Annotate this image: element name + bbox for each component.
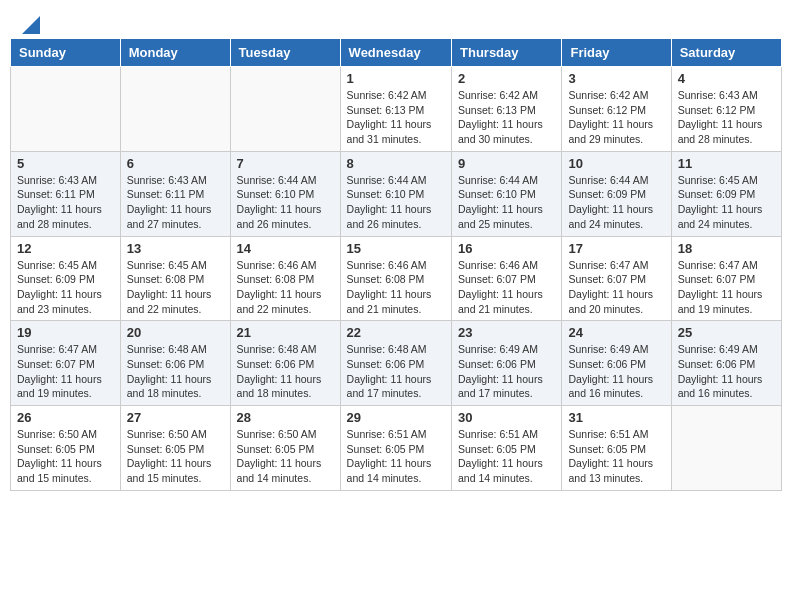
day-number: 31 xyxy=(568,410,664,425)
day-info: Sunrise: 6:42 AM Sunset: 6:12 PM Dayligh… xyxy=(568,88,664,147)
calendar-day-cell: 24Sunrise: 6:49 AM Sunset: 6:06 PM Dayli… xyxy=(562,321,671,406)
weekday-header-friday: Friday xyxy=(562,39,671,67)
calendar-week-row: 19Sunrise: 6:47 AM Sunset: 6:07 PM Dayli… xyxy=(11,321,782,406)
day-number: 1 xyxy=(347,71,445,86)
day-number: 27 xyxy=(127,410,224,425)
calendar-day-cell: 22Sunrise: 6:48 AM Sunset: 6:06 PM Dayli… xyxy=(340,321,451,406)
calendar-day-cell: 10Sunrise: 6:44 AM Sunset: 6:09 PM Dayli… xyxy=(562,151,671,236)
day-info: Sunrise: 6:45 AM Sunset: 6:08 PM Dayligh… xyxy=(127,258,224,317)
weekday-header-row: SundayMondayTuesdayWednesdayThursdayFrid… xyxy=(11,39,782,67)
calendar-day-cell: 21Sunrise: 6:48 AM Sunset: 6:06 PM Dayli… xyxy=(230,321,340,406)
calendar-day-cell: 9Sunrise: 6:44 AM Sunset: 6:10 PM Daylig… xyxy=(452,151,562,236)
day-number: 20 xyxy=(127,325,224,340)
day-info: Sunrise: 6:51 AM Sunset: 6:05 PM Dayligh… xyxy=(347,427,445,486)
day-number: 16 xyxy=(458,241,555,256)
day-info: Sunrise: 6:51 AM Sunset: 6:05 PM Dayligh… xyxy=(568,427,664,486)
day-info: Sunrise: 6:46 AM Sunset: 6:07 PM Dayligh… xyxy=(458,258,555,317)
calendar-day-cell: 26Sunrise: 6:50 AM Sunset: 6:05 PM Dayli… xyxy=(11,406,121,491)
day-number: 8 xyxy=(347,156,445,171)
day-number: 26 xyxy=(17,410,114,425)
svg-marker-0 xyxy=(22,16,40,34)
calendar-day-cell: 23Sunrise: 6:49 AM Sunset: 6:06 PM Dayli… xyxy=(452,321,562,406)
calendar-day-cell: 11Sunrise: 6:45 AM Sunset: 6:09 PM Dayli… xyxy=(671,151,781,236)
day-info: Sunrise: 6:45 AM Sunset: 6:09 PM Dayligh… xyxy=(17,258,114,317)
calendar-day-cell: 16Sunrise: 6:46 AM Sunset: 6:07 PM Dayli… xyxy=(452,236,562,321)
weekday-header-sunday: Sunday xyxy=(11,39,121,67)
calendar-day-cell: 15Sunrise: 6:46 AM Sunset: 6:08 PM Dayli… xyxy=(340,236,451,321)
logo-icon xyxy=(22,16,40,34)
calendar-day-cell: 7Sunrise: 6:44 AM Sunset: 6:10 PM Daylig… xyxy=(230,151,340,236)
calendar-day-cell: 8Sunrise: 6:44 AM Sunset: 6:10 PM Daylig… xyxy=(340,151,451,236)
calendar-day-cell: 19Sunrise: 6:47 AM Sunset: 6:07 PM Dayli… xyxy=(11,321,121,406)
day-number: 19 xyxy=(17,325,114,340)
day-info: Sunrise: 6:43 AM Sunset: 6:11 PM Dayligh… xyxy=(127,173,224,232)
day-number: 15 xyxy=(347,241,445,256)
page-header xyxy=(0,0,792,38)
calendar-week-row: 5Sunrise: 6:43 AM Sunset: 6:11 PM Daylig… xyxy=(11,151,782,236)
day-number: 22 xyxy=(347,325,445,340)
day-info: Sunrise: 6:50 AM Sunset: 6:05 PM Dayligh… xyxy=(17,427,114,486)
day-info: Sunrise: 6:49 AM Sunset: 6:06 PM Dayligh… xyxy=(458,342,555,401)
calendar-day-cell: 14Sunrise: 6:46 AM Sunset: 6:08 PM Dayli… xyxy=(230,236,340,321)
day-number: 5 xyxy=(17,156,114,171)
day-info: Sunrise: 6:44 AM Sunset: 6:10 PM Dayligh… xyxy=(458,173,555,232)
weekday-header-wednesday: Wednesday xyxy=(340,39,451,67)
day-number: 28 xyxy=(237,410,334,425)
calendar-day-cell: 1Sunrise: 6:42 AM Sunset: 6:13 PM Daylig… xyxy=(340,67,451,152)
calendar-day-cell: 5Sunrise: 6:43 AM Sunset: 6:11 PM Daylig… xyxy=(11,151,121,236)
day-number: 2 xyxy=(458,71,555,86)
day-info: Sunrise: 6:44 AM Sunset: 6:10 PM Dayligh… xyxy=(347,173,445,232)
day-info: Sunrise: 6:48 AM Sunset: 6:06 PM Dayligh… xyxy=(127,342,224,401)
calendar-wrapper: SundayMondayTuesdayWednesdayThursdayFrid… xyxy=(0,38,792,501)
day-number: 23 xyxy=(458,325,555,340)
calendar-day-cell: 3Sunrise: 6:42 AM Sunset: 6:12 PM Daylig… xyxy=(562,67,671,152)
weekday-header-thursday: Thursday xyxy=(452,39,562,67)
day-number: 24 xyxy=(568,325,664,340)
day-number: 14 xyxy=(237,241,334,256)
calendar-day-cell: 17Sunrise: 6:47 AM Sunset: 6:07 PM Dayli… xyxy=(562,236,671,321)
calendar-day-cell xyxy=(230,67,340,152)
day-info: Sunrise: 6:47 AM Sunset: 6:07 PM Dayligh… xyxy=(568,258,664,317)
day-info: Sunrise: 6:47 AM Sunset: 6:07 PM Dayligh… xyxy=(17,342,114,401)
calendar-day-cell: 29Sunrise: 6:51 AM Sunset: 6:05 PM Dayli… xyxy=(340,406,451,491)
day-number: 29 xyxy=(347,410,445,425)
calendar-week-row: 1Sunrise: 6:42 AM Sunset: 6:13 PM Daylig… xyxy=(11,67,782,152)
calendar-day-cell: 6Sunrise: 6:43 AM Sunset: 6:11 PM Daylig… xyxy=(120,151,230,236)
day-info: Sunrise: 6:42 AM Sunset: 6:13 PM Dayligh… xyxy=(347,88,445,147)
day-number: 9 xyxy=(458,156,555,171)
calendar-day-cell: 27Sunrise: 6:50 AM Sunset: 6:05 PM Dayli… xyxy=(120,406,230,491)
calendar-table: SundayMondayTuesdayWednesdayThursdayFrid… xyxy=(10,38,782,491)
calendar-week-row: 12Sunrise: 6:45 AM Sunset: 6:09 PM Dayli… xyxy=(11,236,782,321)
day-info: Sunrise: 6:51 AM Sunset: 6:05 PM Dayligh… xyxy=(458,427,555,486)
day-info: Sunrise: 6:46 AM Sunset: 6:08 PM Dayligh… xyxy=(347,258,445,317)
calendar-day-cell: 12Sunrise: 6:45 AM Sunset: 6:09 PM Dayli… xyxy=(11,236,121,321)
calendar-day-cell: 18Sunrise: 6:47 AM Sunset: 6:07 PM Dayli… xyxy=(671,236,781,321)
day-info: Sunrise: 6:43 AM Sunset: 6:11 PM Dayligh… xyxy=(17,173,114,232)
day-number: 18 xyxy=(678,241,775,256)
day-info: Sunrise: 6:47 AM Sunset: 6:07 PM Dayligh… xyxy=(678,258,775,317)
day-info: Sunrise: 6:48 AM Sunset: 6:06 PM Dayligh… xyxy=(347,342,445,401)
weekday-header-saturday: Saturday xyxy=(671,39,781,67)
calendar-day-cell: 20Sunrise: 6:48 AM Sunset: 6:06 PM Dayli… xyxy=(120,321,230,406)
calendar-day-cell xyxy=(671,406,781,491)
day-number: 4 xyxy=(678,71,775,86)
day-number: 11 xyxy=(678,156,775,171)
day-info: Sunrise: 6:50 AM Sunset: 6:05 PM Dayligh… xyxy=(237,427,334,486)
day-number: 13 xyxy=(127,241,224,256)
logo xyxy=(20,16,40,34)
weekday-header-tuesday: Tuesday xyxy=(230,39,340,67)
day-info: Sunrise: 6:46 AM Sunset: 6:08 PM Dayligh… xyxy=(237,258,334,317)
calendar-day-cell: 28Sunrise: 6:50 AM Sunset: 6:05 PM Dayli… xyxy=(230,406,340,491)
day-number: 21 xyxy=(237,325,334,340)
day-number: 6 xyxy=(127,156,224,171)
day-info: Sunrise: 6:48 AM Sunset: 6:06 PM Dayligh… xyxy=(237,342,334,401)
day-number: 10 xyxy=(568,156,664,171)
calendar-week-row: 26Sunrise: 6:50 AM Sunset: 6:05 PM Dayli… xyxy=(11,406,782,491)
day-number: 17 xyxy=(568,241,664,256)
day-info: Sunrise: 6:45 AM Sunset: 6:09 PM Dayligh… xyxy=(678,173,775,232)
day-info: Sunrise: 6:44 AM Sunset: 6:09 PM Dayligh… xyxy=(568,173,664,232)
calendar-day-cell: 2Sunrise: 6:42 AM Sunset: 6:13 PM Daylig… xyxy=(452,67,562,152)
day-number: 7 xyxy=(237,156,334,171)
calendar-day-cell: 4Sunrise: 6:43 AM Sunset: 6:12 PM Daylig… xyxy=(671,67,781,152)
calendar-day-cell: 25Sunrise: 6:49 AM Sunset: 6:06 PM Dayli… xyxy=(671,321,781,406)
